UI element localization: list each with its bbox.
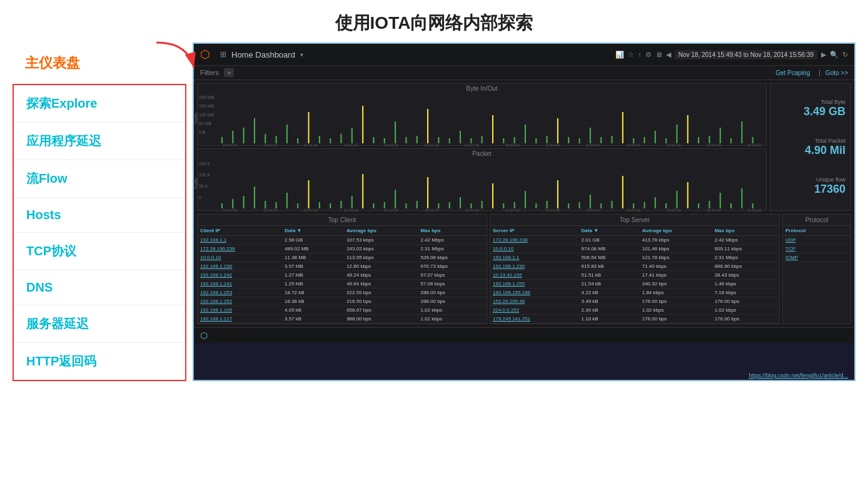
sidebar-item-explore[interactable]: 探索Explore — [14, 85, 185, 123]
star-icon[interactable]: ☆ — [628, 51, 634, 59]
col-server-ip[interactable]: Server IP — [490, 226, 579, 236]
table-row: 172.28.190.238489.02 MB243.02 kbps2.31 M… — [198, 245, 487, 253]
table-cell: 1.27 MB — [282, 271, 344, 280]
chart-icon[interactable]: 📊 — [615, 51, 624, 59]
svg-rect-1 — [221, 137, 223, 143]
sidebar-item-tcp[interactable]: TCP协议 — [14, 233, 185, 270]
zoom-icon[interactable]: 🔍 — [830, 51, 839, 59]
svg-rect-36 — [600, 137, 602, 143]
table-row: 192.168.1.1506.54 MB121.78 kbps2.31 Mbps — [490, 253, 779, 262]
sidebar-item-hosts[interactable]: Hosts — [14, 198, 185, 233]
col-client-ip[interactable]: Client IP — [198, 226, 282, 236]
table-cell[interactable]: 152.29.209.38 — [490, 297, 579, 306]
svg-rect-38 — [622, 112, 623, 143]
table-cell[interactable]: UDP — [783, 236, 850, 245]
dashboard-title[interactable]: Home Dashboard — [231, 50, 295, 59]
next-icon[interactable]: ▶ — [821, 51, 826, 59]
table-cell[interactable]: 192.168.1.1 — [198, 236, 282, 245]
goto-button[interactable]: Goto >> — [825, 69, 848, 76]
table-cell[interactable]: 192.168.1.117 — [198, 315, 282, 324]
chart2-y-50k: 50 K — [199, 181, 210, 192]
table-cell[interactable]: 10.13.41.195 — [490, 271, 579, 280]
table-cell[interactable]: 192.168.195.166 — [490, 289, 579, 297]
svg-rect-62 — [341, 201, 342, 208]
share-icon[interactable]: ↑ — [638, 51, 642, 58]
table-cell: 11.38 MB — [282, 253, 344, 262]
svg-rect-99 — [741, 188, 742, 208]
table-cell: 1.46 kbps — [712, 280, 779, 289]
table-cell[interactable]: 172.28.190.238 — [198, 245, 282, 253]
table-cell[interactable]: 172.28.190.238 — [490, 236, 579, 245]
table-cell[interactable]: 224.0.0.252 — [490, 306, 579, 315]
table-cell[interactable]: 192.168.1.230 — [198, 262, 282, 271]
filters-add-button[interactable]: + — [224, 68, 234, 77]
svg-rect-90 — [643, 202, 645, 208]
refresh-icon[interactable]: ↻ — [842, 51, 848, 59]
svg-rect-81 — [547, 201, 548, 208]
dashboard-dropdown-icon[interactable]: ▾ — [300, 51, 303, 58]
sidebar-item-http-codes[interactable]: HTTP返回码 — [14, 343, 185, 380]
table-row: 192.168.1.25318.72 kB222.50 bps288.00 bp… — [198, 289, 487, 297]
col-client-avg[interactable]: Average bps — [344, 226, 418, 236]
table-cell[interactable]: 10.0.0.10 — [490, 245, 579, 253]
table-cell[interactable]: TCP — [783, 245, 850, 253]
table-cell[interactable]: 192.168.1.252 — [198, 297, 282, 306]
monitor-icon[interactable]: 🖥 — [655, 51, 662, 58]
table-cell[interactable]: 192.168.1.1 — [490, 253, 579, 262]
sidebar-item-flow[interactable]: 流Flow — [14, 160, 185, 198]
svg-rect-19 — [416, 136, 418, 143]
table-row: 179.245.141.2511.16 kB176.00 bps176.00 b… — [490, 315, 779, 324]
col-client-data[interactable]: Data ▼ — [282, 226, 344, 236]
settings-icon[interactable]: ⚙ — [645, 51, 652, 59]
chart1-title: Byte In/Out — [198, 84, 766, 93]
table-cell[interactable]: 179.245.141.251 — [490, 315, 579, 324]
col-client-max[interactable]: Max bps — [418, 226, 487, 236]
main-layout: 主仪表盘 探索Explore 应用程序延迟 流Flow Hosts TCP协议 … — [13, 43, 855, 381]
table-cell[interactable]: 192.168.1.105 — [198, 306, 282, 315]
svg-rect-64 — [362, 174, 363, 208]
byte-inout-chart: Byte In/Out 200 MB 150 MB 100 MB 50 MB 0… — [197, 83, 767, 146]
table-cell[interactable]: 192.168.1.241 — [198, 280, 282, 289]
col-protocol[interactable]: Protocol — [783, 226, 850, 236]
svg-rect-20 — [427, 109, 428, 143]
sidebar-item-dns[interactable]: DNS — [14, 270, 185, 305]
col-server-avg[interactable]: Average bps — [640, 226, 712, 236]
table-cell[interactable]: 10.0.0.10 — [198, 253, 282, 262]
table-cell: 413.78 kbps — [640, 236, 712, 245]
home-dashboard-icon: ⊞ — [220, 50, 226, 59]
svg-rect-44 — [687, 115, 689, 143]
svg-rect-60 — [319, 202, 320, 208]
table-cell[interactable]: 192.168.1.255 — [490, 280, 579, 289]
col-server-data[interactable]: Data ▼ — [579, 226, 640, 236]
svg-rect-35 — [590, 128, 591, 143]
table-cell: 506.54 MB — [579, 253, 640, 262]
table-cell[interactable]: 192.168.1.230 — [490, 262, 579, 271]
svg-rect-47 — [720, 128, 721, 143]
svg-rect-89 — [633, 203, 634, 208]
col-server-max[interactable]: Max bps — [712, 226, 779, 236]
table-cell: 4.22 kB — [579, 289, 640, 297]
table-cell[interactable]: ICMP — [783, 253, 850, 262]
svg-rect-32 — [557, 118, 558, 143]
top-server-table-box: Top Server Server IP Data ▼ Average bps … — [490, 214, 780, 324]
svg-rect-96 — [709, 201, 710, 208]
svg-rect-30 — [535, 138, 537, 143]
svg-rect-24 — [470, 138, 472, 143]
svg-rect-42 — [665, 138, 667, 143]
sidebar-item-server-delay[interactable]: 服务器延迟 — [14, 305, 185, 343]
top-client-title: Top Client — [198, 215, 487, 226]
svg-rect-9 — [308, 112, 310, 143]
sidebar-item-app-delay[interactable]: 应用程序延迟 — [14, 123, 185, 160]
get-pcaping-button[interactable]: Get Pcaping — [775, 69, 810, 76]
svg-rect-11 — [330, 138, 331, 143]
svg-rect-39 — [633, 138, 634, 143]
total-byte-stat: Total Byte 3.49 GB — [775, 99, 845, 118]
prev-icon[interactable]: ◀ — [666, 51, 671, 59]
svg-rect-45 — [698, 137, 699, 143]
svg-rect-58 — [297, 203, 298, 208]
table-cell[interactable]: 192.168.1.242 — [198, 271, 282, 280]
url-bar[interactable]: https://blog.csdn.net/fengjifo1/article/… — [749, 372, 848, 379]
table-cell: 489.02 MB — [282, 245, 344, 253]
table-cell: 101.46 kbps — [640, 245, 712, 253]
table-cell[interactable]: 192.168.1.253 — [198, 289, 282, 297]
